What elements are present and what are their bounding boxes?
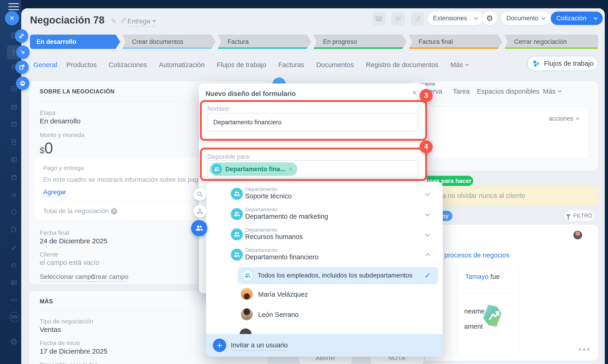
print-button[interactable] [16, 77, 29, 90]
employees-button-active[interactable] [191, 220, 207, 236]
payment-add-link[interactable]: Agregar [43, 188, 66, 197]
copy-title-link-icon[interactable] [120, 17, 127, 25]
modal-close-icon[interactable]: ✕ [412, 89, 417, 97]
tab-facturas[interactable]: Facturas [278, 61, 304, 69]
cliente-value[interactable]: el campo está vacío [40, 259, 99, 266]
page-title: Negociación 78 [30, 14, 105, 26]
tab-general[interactable]: General [30, 58, 60, 72]
entry-person-link[interactable]: Tamayo [465, 273, 489, 280]
search-button[interactable] [193, 188, 206, 201]
tab-documentos[interactable]: Documentos [316, 61, 354, 69]
plus-icon: + [217, 340, 222, 351]
pipeline-selector[interactable]: Entrega [127, 17, 156, 27]
org-structure-button[interactable] [193, 205, 206, 218]
rd-badge-icon[interactable]: RD [9, 312, 19, 322]
avatar [573, 231, 582, 239]
monto-value[interactable]: $0 [40, 139, 53, 157]
open-in-slider-button[interactable] [16, 45, 29, 59]
workflow-icon [532, 59, 540, 68]
chevron-down-icon[interactable] [425, 211, 430, 216]
tipo-value[interactable]: Ventas [40, 326, 61, 334]
etapa-value[interactable]: En desarrollo [40, 117, 81, 125]
invite-user-label[interactable]: Invitar a un usuario [231, 341, 288, 351]
tab-mas[interactable]: Más [450, 61, 468, 69]
tab-tarea[interactable]: Tarea [453, 88, 470, 95]
stage-en-progreso[interactable]: En progreso [313, 35, 407, 49]
select-field-link[interactable]: Seleccionar campo [40, 273, 95, 282]
id-card-icon[interactable] [8, 276, 20, 288]
chevron-down-icon[interactable] [425, 232, 430, 237]
avatar [241, 288, 253, 300]
invite-user-button[interactable]: + [213, 339, 226, 352]
app-canvas: </> RD ⚙ ✕ Negociación 78 ✎ Entrega ☎ ✉ … [0, 0, 608, 364]
archive-icon[interactable] [8, 118, 20, 130]
pen-icon[interactable] [8, 242, 20, 254]
document-edit-icon[interactable] [8, 223, 20, 235]
call-button[interactable]: ☎ [372, 12, 385, 25]
process-link[interactable]: procesos de negocios [444, 251, 509, 259]
chevron-down-icon[interactable] [425, 191, 430, 196]
actions-dropdown[interactable]: acciones [549, 115, 579, 122]
create-field-link[interactable]: Crear campo [91, 273, 128, 282]
etapa-label: Etapa [40, 109, 55, 117]
code-icon[interactable]: </> [8, 294, 20, 306]
tab-registro-documentos[interactable]: Registro de documentos [366, 61, 438, 69]
filter-label: FILTRO [573, 213, 592, 219]
caret-down-icon [152, 20, 156, 22]
tab-mas-right[interactable]: Más [543, 88, 561, 95]
screen-search-icon[interactable] [8, 154, 20, 166]
composer-box[interactable]: acciones [428, 106, 589, 159]
hexagon-icon[interactable] [8, 206, 20, 218]
fecha-final-value[interactable]: 24 de Diciembre 2025 [40, 237, 108, 245]
option-all-employees-selected[interactable]: Todos los empleados, incluidos los subde… [238, 267, 438, 284]
filter-button[interactable]: FILTRO [565, 210, 594, 221]
stage-cerrar-negociacion[interactable]: Cerrar negociación [504, 35, 598, 49]
open-new-window-button[interactable] [15, 60, 29, 74]
tab-row: Productos Cotizaciones Automatización Fl… [67, 58, 468, 72]
avatar [241, 308, 253, 320]
inicio-value[interactable]: 17 de Diciembre 2025 [40, 347, 108, 355]
stage-factura[interactable]: Factura [218, 35, 311, 49]
settings-button[interactable]: ⚙ [482, 12, 497, 25]
stage-factura-final[interactable]: Factura final [409, 35, 502, 49]
all-employees-icon [242, 269, 254, 281]
printer-icon [19, 80, 26, 87]
stage-en-desarrollo[interactable]: En desarrollo [30, 35, 120, 49]
help-icon[interactable]: ? [111, 208, 117, 215]
calendar-icon[interactable] [8, 171, 20, 183]
reminder-banner[interactable]: para no olvidar nunca al cliente [429, 186, 598, 206]
email-button[interactable]: ✉ [392, 12, 405, 25]
tab-automatizacion[interactable]: Automatización [159, 61, 205, 69]
mail-icon[interactable] [8, 101, 20, 113]
tab-flujos[interactable]: Flujos de trabajo [217, 61, 266, 69]
settings-gear-icon[interactable]: ⚙ [8, 336, 20, 348]
option-label: Todos los empleados, incluidos los subde… [257, 272, 412, 279]
chevron-down-icon [541, 15, 545, 20]
close-slider-button[interactable]: ✕ [5, 11, 19, 25]
extensions-button[interactable]: Extensiones [428, 12, 483, 25]
document-button[interactable]: Documento [501, 12, 551, 25]
workflows-button[interactable]: Flujos de trabajo [527, 56, 598, 71]
document-icon[interactable] [8, 136, 20, 148]
annotation-badge-4: 4 [420, 140, 432, 153]
chevron-up-icon[interactable] [425, 253, 430, 258]
chevron-down-icon [474, 15, 478, 20]
stage-crear-documentos[interactable]: Crear documentos [122, 35, 216, 49]
chevron-down-icon [594, 15, 598, 20]
tab-espacios[interactable]: Espacios disponibles [477, 88, 540, 95]
department-avatar [231, 228, 243, 240]
copy-link-button[interactable] [15, 29, 28, 43]
tab-productos[interactable]: Productos [67, 61, 97, 69]
annotation-badge-3: 3 [420, 89, 432, 102]
tab-cotizaciones[interactable]: Cotizaciones [109, 61, 147, 69]
quote-button[interactable]: Cotización [551, 12, 603, 25]
arrow-corner-icon [20, 49, 26, 55]
more-options-icon[interactable] [579, 348, 590, 351]
monto-label: Monto y moneda [40, 131, 84, 139]
entry-fragment-top: neame [464, 308, 485, 315]
edit-title-icon[interactable]: ✎ [111, 17, 117, 25]
bot-icon[interactable] [8, 259, 20, 271]
chart-icon[interactable] [8, 189, 20, 201]
chat-sync-button[interactable]: ↺ [411, 12, 424, 25]
hamburger-menu-icon[interactable] [8, 3, 19, 10]
